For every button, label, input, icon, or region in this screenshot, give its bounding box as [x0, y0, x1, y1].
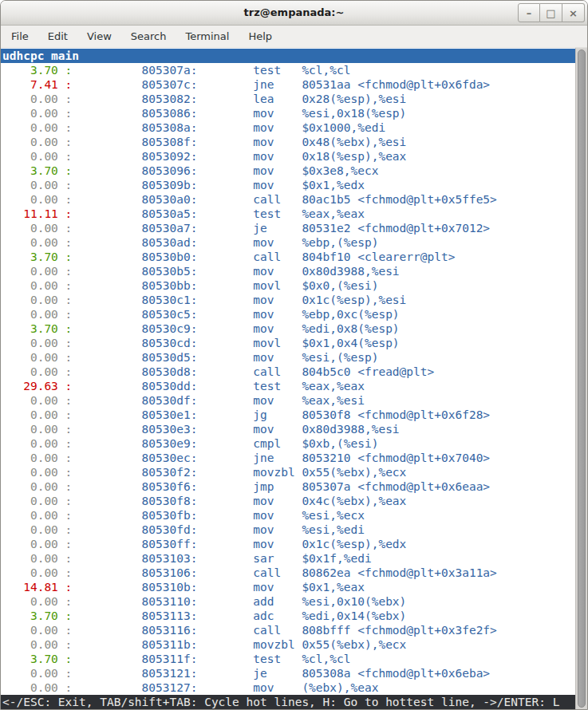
asm-row[interactable]: 0.00 : 80530bb: movl $0x0,(%esi) [2, 278, 575, 293]
asm-row[interactable]: 7.41 : 805307c: jne 80531aa <fchmod@plt+… [2, 77, 575, 92]
minimize-button[interactable]: – [518, 3, 540, 22]
asm-row[interactable]: 0.00 : 8053103: sar $0x1f,%edi [2, 551, 575, 566]
asm-row[interactable]: 29.63 : 80530dd: test %eax,%eax [2, 379, 575, 393]
asm-row[interactable]: 0.00 : 805308a: mov $0x1000,%edi [2, 120, 575, 135]
asm-row[interactable]: 0.00 : 8053127: mov (%ebx),%eax [2, 680, 575, 695]
asm-row[interactable]: 0.00 : 80530e3: mov 0x80d3988,%esi [2, 422, 575, 436]
asm-row[interactable]: 0.00 : 8053106: call 80862ea <fchmod@plt… [2, 566, 575, 580]
asm-row[interactable]: 0.00 : 80530ad: mov %ebp,(%esp) [2, 235, 575, 250]
asm-row[interactable]: 0.00 : 80530cd: movl $0x1,0x4(%esp) [2, 336, 575, 350]
asm-rows: 3.70 : 805307a: test %cl,%cl 7.41 : 8053… [1, 63, 575, 695]
asm-row[interactable]: 0.00 : 80530d8: call 804b5c0 <fread@plt> [2, 365, 575, 379]
terminal-window: trz@empanada:~ –□× FileEditViewSearchTer… [0, 0, 588, 710]
asm-row[interactable]: 0.00 : 80530fd: mov %esi,%edi [2, 523, 575, 537]
close-button[interactable]: × [562, 3, 585, 22]
asm-row[interactable]: 0.00 : 80530a7: je 80531e2 <fchmod@plt+0… [2, 221, 575, 235]
menu-item-help[interactable]: Help [239, 26, 282, 47]
asm-row[interactable]: 11.11 : 80530a5: test %eax,%eax [2, 207, 575, 221]
maximize-button[interactable]: □ [540, 3, 562, 22]
asm-row[interactable]: 0.00 : 80530f8: mov 0x4c(%ebx),%eax [2, 494, 575, 508]
asm-row[interactable]: 0.00 : 8053110: add %esi,0x10(%ebx) [2, 594, 575, 609]
perf-annotate-screen: udhcpc main 3.70 : 805307a: test %cl,%cl… [1, 48, 575, 709]
asm-row[interactable]: 0.00 : 8053116: call 808bfff <fchmod@plt… [2, 623, 575, 637]
asm-row[interactable]: 0.00 : 80530ff: mov 0x1c(%esp),%edx [2, 537, 575, 551]
scrollbar[interactable] [575, 48, 587, 709]
asm-row[interactable]: 0.00 : 80530df: mov %eax,%esi [2, 393, 575, 408]
asm-row[interactable]: 0.00 : 8053092: mov 0x18(%esp),%eax [2, 149, 575, 164]
asm-row[interactable]: 0.00 : 80530a0: call 80ac1b5 <fchmod@plt… [2, 192, 575, 207]
asm-row[interactable]: 0.00 : 80530b5: mov 0x80d3988,%esi [2, 264, 575, 278]
asm-row[interactable]: 0.00 : 805308f: mov 0x48(%ebx),%esi [2, 135, 575, 149]
menu-item-terminal[interactable]: Terminal [176, 26, 239, 47]
asm-row[interactable]: 14.81 : 805310b: mov $0x1,%eax [2, 580, 575, 594]
perf-symbol-header[interactable]: udhcpc main [1, 49, 575, 63]
asm-row[interactable]: 3.70 : 8053096: mov $0x3e8,%ecx [2, 164, 575, 178]
menu-item-search[interactable]: Search [121, 26, 176, 47]
asm-row[interactable]: 0.00 : 80530ec: jne 8053210 <fchmod@plt+… [2, 451, 575, 465]
scrollbar-thumb[interactable] [578, 49, 586, 708]
maximize-icon: □ [546, 8, 555, 18]
minimize-icon: – [527, 8, 532, 18]
asm-row[interactable]: 0.00 : 805309b: mov $0x1,%edx [2, 178, 575, 192]
asm-row[interactable]: 0.00 : 80530c5: mov %ebp,0xc(%esp) [2, 307, 575, 321]
asm-row[interactable]: 0.00 : 80530d5: mov %esi,(%esp) [2, 350, 575, 365]
asm-row[interactable]: 3.70 : 80530c9: mov %edi,0x8(%esp) [2, 321, 575, 336]
titlebar[interactable]: trz@empanada:~ –□× [1, 1, 587, 26]
asm-row[interactable]: 0.00 : 80530e1: jg 80530f8 <fchmod@plt+0… [2, 408, 575, 422]
asm-row[interactable]: 3.70 : 805311f: test %cl,%cl [2, 652, 575, 666]
menu-item-view[interactable]: View [77, 26, 121, 47]
window-title: trz@empanada:~ [1, 6, 587, 18]
asm-row[interactable]: 3.70 : 805307a: test %cl,%cl [2, 63, 575, 77]
menubar: FileEditViewSearchTerminalHelp [1, 26, 587, 48]
window-controls: –□× [518, 3, 585, 22]
asm-row[interactable]: 0.00 : 805311b: movzbl 0x55(%ebx),%ecx [2, 637, 575, 652]
asm-row[interactable]: 3.70 : 8053113: adc %edi,0x14(%ebx) [2, 609, 575, 623]
asm-row[interactable]: 0.00 : 8053121: je 805308a <fchmod@plt+0… [2, 666, 575, 680]
asm-row[interactable]: 0.00 : 8053086: mov %esi,0x18(%esp) [2, 106, 575, 120]
asm-row[interactable]: 3.70 : 80530b0: call 804bf10 <clearerr@p… [2, 250, 575, 264]
asm-row[interactable]: 0.00 : 80530f6: jmp 805307a <fchmod@plt+… [2, 479, 575, 494]
asm-row[interactable]: 0.00 : 80530f2: movzbl 0x55(%ebx),%ecx [2, 465, 575, 479]
asm-row[interactable]: 0.00 : 80530e9: cmpl $0xb,(%esi) [2, 436, 575, 451]
asm-row[interactable]: 0.00 : 80530c1: mov 0x1c(%esp),%esi [2, 293, 575, 307]
terminal-view: udhcpc main 3.70 : 805307a: test %cl,%cl… [1, 48, 587, 709]
menu-item-edit[interactable]: Edit [38, 26, 77, 47]
close-icon: × [569, 8, 578, 18]
menu-item-file[interactable]: File [2, 26, 38, 47]
asm-row[interactable]: 0.00 : 8053082: lea 0x28(%esp),%esi [2, 92, 575, 106]
perf-status-bar: <-/ESC: Exit, TAB/shift+TAB: Cycle hot l… [1, 695, 575, 709]
asm-row[interactable]: 0.00 : 80530fb: mov %esi,%ecx [2, 508, 575, 523]
